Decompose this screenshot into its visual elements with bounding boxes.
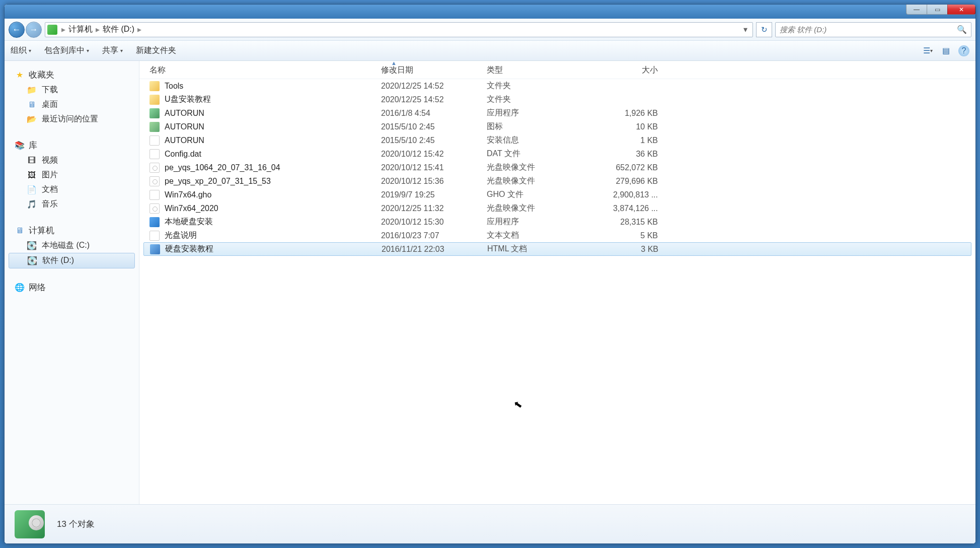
new-folder-button[interactable]: 新建文件夹 (136, 45, 176, 56)
sidebar-item-drive-c[interactable]: 💽 本地磁盘 (C:) (7, 238, 137, 253)
drive-icon: 💽 (27, 241, 37, 251)
breadcrumb-sep-icon: ▸ (60, 25, 66, 34)
view-mode-button[interactable]: ☰ ▾ (922, 45, 933, 56)
sidebar-item-music[interactable]: 🎵 音乐 (7, 197, 137, 212)
file-row[interactable]: Win7x64_20202020/12/25 11:32光盘映像文件3,874,… (139, 201, 975, 215)
file-row[interactable]: Config.dat2020/10/12 15:42DAT 文件36 KB (139, 147, 975, 161)
file-date: 2016/10/23 7:07 (381, 231, 487, 240)
file-date: 2020/10/12 15:36 (381, 177, 487, 186)
status-bar: 13 个对象 (5, 504, 975, 543)
file-row[interactable]: 硬盘安装教程2016/11/21 22:03HTML 文档3 KB (143, 242, 971, 256)
include-lib-label: 包含到库中 (44, 45, 85, 56)
file-row[interactable]: AUTORUN2015/5/10 2:45安装信息1 KB (139, 133, 975, 147)
file-row[interactable]: AUTORUN2016/1/8 4:54应用程序1,926 KB (139, 106, 975, 120)
file-icon (149, 108, 160, 118)
sidebar-library[interactable]: 📚 库 (7, 138, 137, 153)
column-type[interactable]: 类型 (487, 65, 592, 76)
refresh-button[interactable]: ↻ (756, 22, 772, 37)
sort-indicator-icon: ▲ (391, 61, 397, 66)
file-name: AUTORUN (165, 136, 204, 145)
file-name: Tools (165, 82, 183, 91)
include-library-menu[interactable]: 包含到库中 ▾ (44, 45, 89, 56)
file-name: 本地硬盘安装 (165, 217, 213, 227)
file-date: 2020/12/25 14:52 (381, 82, 487, 91)
sidebar-item-recent[interactable]: 📂 最近访问的位置 (7, 112, 137, 126)
dropdown-icon: ▾ (87, 48, 89, 53)
back-button[interactable]: ← (9, 22, 25, 38)
file-row[interactable]: U盘安装教程2020/12/25 14:52文件夹 (139, 93, 975, 106)
file-date: 2019/9/7 19:25 (381, 190, 487, 199)
file-row[interactable]: pe_yqs_xp_20_07_31_15_532020/10/12 15:36… (139, 174, 975, 188)
file-type: 文件夹 (487, 94, 592, 105)
forward-button[interactable]: → (26, 22, 42, 38)
file-type: 光盘映像文件 (487, 203, 592, 214)
file-name: pe_yqs_1064_20_07_31_16_04 (165, 163, 280, 172)
file-size: 1 KB (592, 136, 658, 145)
sidebar-item-pictures[interactable]: 🖼 图片 (7, 168, 137, 182)
file-name: U盘安装教程 (165, 94, 211, 105)
drive-icon (47, 25, 57, 35)
file-size: 10 KB (592, 122, 658, 131)
file-row[interactable]: Win7x64.gho2019/9/7 19:25GHO 文件2,900,813… (139, 188, 975, 201)
file-date: 2020/10/12 15:42 (381, 150, 487, 159)
preview-pane-button[interactable]: ▤ (940, 45, 951, 56)
address-dropdown-icon[interactable]: ▾ (740, 25, 750, 34)
picture-icon: 🖼 (27, 170, 37, 180)
sidebar-computer[interactable]: 🖥 计算机 (7, 223, 137, 238)
share-menu[interactable]: 共享 ▾ (102, 45, 123, 56)
sidebar-item-label: 下载 (42, 85, 58, 95)
search-input[interactable] (780, 25, 957, 34)
file-icon (149, 203, 160, 214)
file-icon (149, 176, 160, 186)
file-size: 3 KB (593, 245, 658, 254)
column-date[interactable]: 修改日期 (381, 65, 487, 76)
sidebar-item-label: 图片 (42, 170, 58, 180)
file-row[interactable]: Tools2020/12/25 14:52文件夹 (139, 79, 975, 93)
address-bar[interactable]: ▸ 计算机 ▸ 软件 (D:) ▸ ▾ (45, 22, 753, 37)
file-icon (149, 163, 160, 173)
sidebar-item-label: 视频 (42, 155, 58, 166)
file-name: 光盘说明 (165, 230, 197, 241)
titlebar[interactable]: — ▭ ✕ (5, 5, 975, 19)
file-row[interactable]: pe_yqs_1064_20_07_31_16_042020/10/12 15:… (139, 161, 975, 174)
file-name: AUTORUN (165, 122, 204, 131)
file-type: HTML 文档 (487, 244, 593, 254)
file-row[interactable]: AUTORUN2015/5/10 2:45图标10 KB (139, 120, 975, 133)
search-icon[interactable]: 🔍 (957, 25, 967, 34)
file-list[interactable]: ▲ 名称 修改日期 类型 大小 Tools2020/12/25 14:52文件夹… (139, 61, 975, 504)
help-button[interactable]: ? (958, 45, 969, 56)
sidebar-item-documents[interactable]: 📄 文档 (7, 182, 137, 197)
status-text: 13 个对象 (57, 518, 95, 530)
minimize-button[interactable]: — (906, 5, 927, 15)
share-label: 共享 (102, 45, 118, 56)
close-button[interactable]: ✕ (947, 5, 975, 15)
file-size: 28,315 KB (592, 218, 658, 227)
file-size: 279,696 KB (592, 177, 658, 186)
file-type: 应用程序 (487, 108, 592, 118)
network-icon: 🌐 (15, 283, 25, 293)
maximize-button[interactable]: ▭ (927, 5, 948, 15)
sidebar-favorites[interactable]: ★ 收藏夹 (7, 67, 137, 83)
column-name[interactable]: 名称 (149, 65, 381, 76)
column-size[interactable]: 大小 (592, 65, 658, 76)
file-icon (149, 149, 160, 159)
file-type: 光盘映像文件 (487, 176, 592, 186)
explorer-window: — ▭ ✕ ← → ▸ 计算机 ▸ 软件 (D:) ▸ ▾ ↻ 🔍 组织 ▾ (4, 4, 976, 544)
breadcrumb-computer[interactable]: 计算机 (66, 24, 95, 35)
file-date: 2020/10/12 15:30 (381, 218, 487, 227)
sidebar-network[interactable]: 🌐 网络 (7, 280, 137, 295)
file-date: 2015/5/10 2:45 (381, 122, 487, 131)
organize-menu[interactable]: 组织 ▾ (11, 45, 31, 56)
star-icon: ★ (15, 70, 25, 80)
sidebar-item-label: 最近访问的位置 (42, 114, 98, 124)
file-row[interactable]: 光盘说明2016/10/23 7:07文本文档5 KB (139, 229, 975, 242)
sidebar-item-desktop[interactable]: 🖥 桌面 (7, 97, 137, 112)
file-icon (149, 190, 160, 200)
search-box[interactable]: 🔍 (775, 22, 971, 37)
file-row[interactable]: 本地硬盘安装2020/10/12 15:30应用程序28,315 KB (139, 215, 975, 229)
sidebar-item-downloads[interactable]: 📁 下载 (7, 83, 137, 97)
breadcrumb-drive[interactable]: 软件 (D:) (101, 24, 136, 35)
sidebar-item-video[interactable]: 🎞 视频 (7, 153, 137, 168)
file-name: 硬盘安装教程 (165, 244, 213, 254)
sidebar-item-drive-d[interactable]: 💽 软件 (D:) (9, 253, 135, 268)
